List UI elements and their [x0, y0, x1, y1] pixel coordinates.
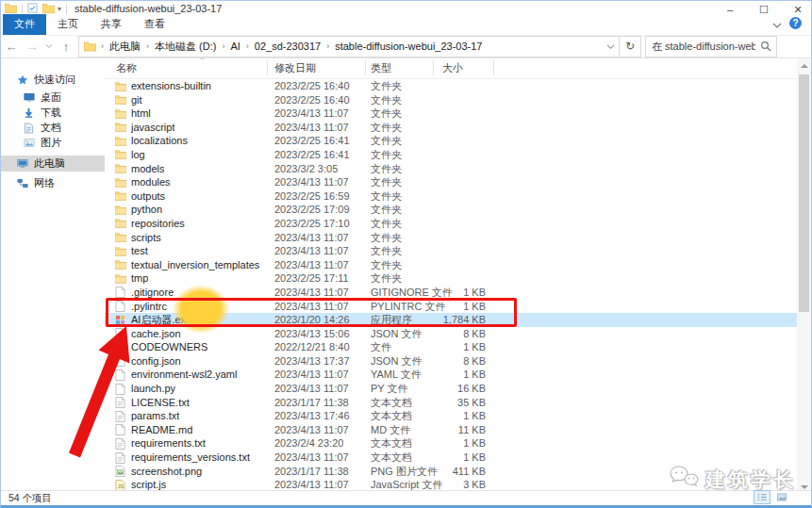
file-name: tmp	[131, 271, 148, 286]
file-name: CODEOWNERS	[131, 340, 207, 354]
breadcrumb-segment[interactable]: 此电脑	[105, 40, 145, 54]
file-row[interactable]: environment-wsl2.yaml2023/4/13 11:07YAML…	[105, 368, 799, 382]
sidebar-item-quick-access[interactable]: 快速访问	[1, 72, 105, 88]
sidebar-item-label: 图片	[41, 136, 61, 150]
file-row[interactable]: README.md2023/4/13 11:07MD 文件11 KB	[105, 423, 799, 437]
file-row[interactable]: javascript2023/4/13 11:07文件夹	[105, 121, 799, 135]
ribbon-tab-view[interactable]: 查看	[133, 14, 176, 35]
up-button[interactable]: ↑	[56, 37, 76, 56]
customize-toolbar-dropdown[interactable]: ▾	[58, 5, 61, 13]
file-row[interactable]: html2023/4/13 11:07文件夹	[105, 107, 799, 121]
file-size: 1 KB	[416, 300, 486, 314]
picture-icon	[24, 138, 36, 149]
file-row[interactable]: modules2023/4/13 11:07文件夹	[105, 175, 799, 189]
address-bar[interactable]: ›此电脑›本地磁盘 (D:)›AI›02_sd-230317›stable-di…	[78, 36, 620, 57]
file-date: 2023/4/13 11:07	[274, 382, 349, 396]
help-button[interactable]: ?	[789, 17, 802, 29]
folder-icon	[115, 205, 126, 215]
scrollbar-thumb[interactable]	[799, 74, 809, 312]
file-size	[416, 175, 486, 189]
scroll-up-arrow-icon[interactable]	[797, 58, 811, 73]
file-row[interactable]: params.txt2023/4/13 17:46文本文档1 KB	[105, 409, 799, 423]
file-date: 2023/2/25 17:11	[274, 271, 349, 286]
forward-button[interactable]: →	[22, 37, 42, 56]
sidebar-item-this-pc[interactable]: 此电脑	[1, 156, 105, 172]
sidebar-item-pictures[interactable]: 图片	[1, 135, 105, 151]
file-row[interactable]: config.json2023/4/13 17:37JSON 文件8 KB	[105, 354, 799, 369]
file-date: 2023/2/25 16:59	[274, 189, 350, 204]
file-row[interactable]: .pylintrc2023/4/13 11:07PYLINTRC 文件1 KB	[105, 300, 799, 314]
address-dropdown-chevron-icon[interactable]	[602, 41, 619, 52]
file-size	[416, 231, 486, 245]
breadcrumb-segment[interactable]: 02_sd-230317	[250, 41, 325, 52]
breadcrumb-segment[interactable]: 本地磁盘 (D:)	[150, 40, 221, 54]
back-button[interactable]: ←	[1, 37, 22, 56]
file-row[interactable]: python2023/2/25 17:09文件夹	[105, 203, 799, 217]
file-row[interactable]: models2023/3/2 3:05文件夹	[105, 162, 799, 176]
file-type: 文件夹	[371, 271, 402, 286]
file-row[interactable]: tmp2023/2/25 17:11文件夹	[105, 271, 799, 286]
file-name: launch.py	[131, 382, 175, 396]
file-row[interactable]: scripts2023/4/13 11:07文件夹	[105, 231, 799, 245]
vertical-scrollbar[interactable]	[797, 58, 811, 495]
sidebar-item-network[interactable]: 网络	[1, 175, 105, 191]
recent-locations-dropdown[interactable]	[42, 37, 56, 56]
file-row[interactable]: AI启动器.exe2023/1/20 14:26应用程序1,784 KB	[105, 313, 799, 327]
file-row[interactable]: localizations2023/2/25 16:41文件夹	[105, 134, 799, 148]
breadcrumb-segment[interactable]: stable-diffusion-webui_23-03-17	[330, 41, 487, 52]
file-type: 文件	[371, 340, 391, 354]
sidebar-item-label: 文档	[41, 121, 61, 135]
sidebar-item-downloads[interactable]: 下载	[1, 105, 105, 121]
divider	[66, 4, 67, 14]
column-header-size[interactable]: 大小	[439, 58, 493, 77]
file-size	[416, 121, 486, 135]
file-date: 2023/2/25 16:40	[274, 93, 350, 107]
file-row[interactable]: test2023/4/13 11:07文件夹	[105, 244, 799, 258]
expand-ribbon-chevron-icon[interactable]	[772, 20, 782, 27]
column-header-date[interactable]: 修改日期	[271, 58, 365, 77]
file-row[interactable]: launch.py2023/4/13 11:07PY 文件16 KB	[105, 382, 799, 396]
file-row[interactable]: extensions-builtin2023/2/25 16:40文件夹	[105, 79, 799, 93]
file-row[interactable]: CODEOWNERS2022/12/21 8:40文件1 KB	[105, 340, 799, 354]
sidebar-item-documents[interactable]: 文档	[1, 120, 105, 136]
file-row[interactable]: textual_inversion_templates2023/4/13 11:…	[105, 258, 799, 272]
file-size: 1 KB	[416, 368, 486, 382]
file-row[interactable]: requirements.txt2023/2/4 23:20文本文档1 KB	[105, 436, 799, 451]
file-date: 2023/4/13 11:07	[274, 258, 349, 272]
file-icon	[115, 342, 126, 352]
file-row[interactable]: outputs2023/2/25 16:59文件夹	[105, 189, 799, 204]
ribbon-tab-share[interactable]: 共享	[90, 14, 133, 35]
folder-icon	[115, 259, 126, 270]
file-row[interactable]: repositories2023/2/25 17:10文件夹	[105, 217, 799, 231]
file-type: 文件夹	[371, 79, 402, 93]
column-header-name[interactable]: 名称	[112, 58, 267, 77]
file-date: 2023/4/13 11:07	[274, 175, 349, 189]
exe-icon	[115, 315, 126, 325]
file-date: 2023/2/25 16:41	[274, 148, 350, 162]
file-row[interactable]: .gitignore2023/4/13 11:07GITIGNORE 文件1 K…	[105, 286, 799, 300]
file-name: python	[131, 203, 162, 217]
column-header-type[interactable]: 类型	[367, 58, 433, 77]
file-row[interactable]: requirements_versions.txt2023/4/13 11:07…	[105, 451, 799, 465]
file-row[interactable]: git2023/2/25 16:40文件夹	[105, 93, 799, 107]
search-box[interactable]	[645, 36, 777, 57]
properties-button[interactable]	[27, 3, 40, 14]
file-name: config.json	[131, 354, 181, 369]
file-row[interactable]: cache.json2023/4/13 15:06JSON 文件8 KB	[105, 327, 799, 341]
new-folder-button[interactable]	[42, 3, 55, 14]
sidebar-item-desktop[interactable]: 桌面	[1, 90, 105, 106]
divider	[267, 60, 268, 75]
refresh-button[interactable]: ↻	[620, 36, 641, 57]
sidebar-item-label: 下载	[41, 106, 61, 120]
file-row[interactable]: log2023/2/25 16:41文件夹	[105, 148, 799, 162]
file-size	[416, 203, 486, 217]
breadcrumb-segment[interactable]: AI	[225, 41, 244, 52]
ribbon-tab-file[interactable]: 文件	[3, 14, 46, 35]
ribbon-tab-home[interactable]: 主页	[46, 14, 90, 35]
file-size: 411 KB	[416, 465, 486, 479]
file-row[interactable]: LICENSE.txt2023/1/17 11:38文本文档35 KB	[105, 396, 799, 410]
file-size: 1 KB	[416, 436, 486, 451]
file-name: scripts	[131, 231, 161, 245]
divider	[493, 60, 494, 75]
search-input[interactable]	[646, 41, 755, 52]
